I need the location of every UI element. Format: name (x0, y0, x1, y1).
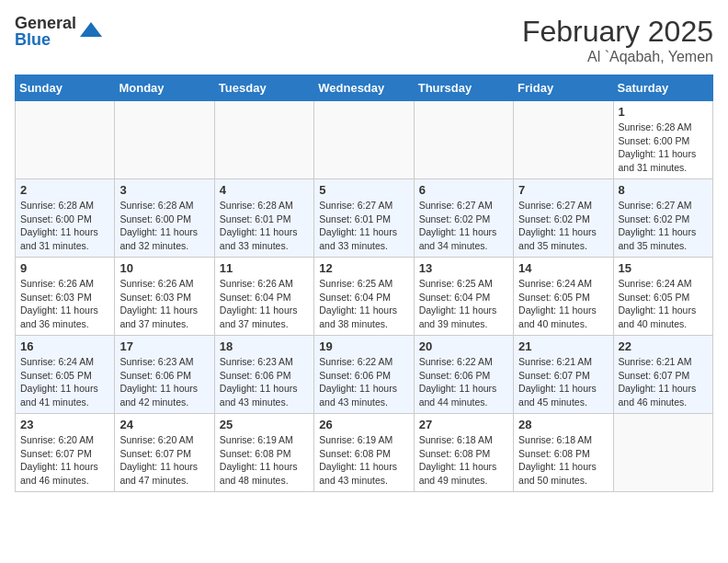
day-number: 10 (119, 261, 209, 275)
day-cell: 23Sunrise: 6:20 AM Sunset: 6:07 PM Dayli… (16, 414, 115, 492)
header-row: SundayMondayTuesdayWednesdayThursdayFrid… (16, 75, 713, 101)
col-header-friday: Friday (514, 75, 613, 101)
day-number: 1 (619, 105, 708, 119)
day-cell: 28Sunrise: 6:18 AM Sunset: 6:08 PM Dayli… (514, 414, 613, 492)
day-cell: 7Sunrise: 6:27 AM Sunset: 6:02 PM Daylig… (514, 179, 613, 258)
day-info: Sunrise: 6:21 AM Sunset: 6:07 PM Dayligh… (619, 355, 708, 409)
day-cell: 2Sunrise: 6:28 AM Sunset: 6:00 PM Daylig… (16, 179, 115, 258)
day-info: Sunrise: 6:28 AM Sunset: 6:00 PM Dayligh… (119, 199, 209, 253)
day-number: 7 (518, 183, 608, 197)
week-row-4: 16Sunrise: 6:24 AM Sunset: 6:05 PM Dayli… (16, 336, 713, 414)
day-cell (214, 101, 313, 179)
day-number: 25 (220, 418, 309, 431)
day-cell (613, 414, 712, 492)
day-cell: 1Sunrise: 6:28 AM Sunset: 6:00 PM Daylig… (613, 101, 712, 179)
day-info: Sunrise: 6:27 AM Sunset: 6:02 PM Dayligh… (518, 199, 608, 253)
logo-blue: Blue (15, 31, 76, 48)
month-title: February 2025 (522, 15, 713, 49)
day-number: 21 (518, 339, 608, 353)
logo-general: General (15, 15, 76, 31)
day-cell: 12Sunrise: 6:25 AM Sunset: 6:04 PM Dayli… (314, 258, 414, 336)
day-info: Sunrise: 6:21 AM Sunset: 6:07 PM Dayligh… (518, 355, 608, 409)
day-cell: 6Sunrise: 6:27 AM Sunset: 6:02 PM Daylig… (414, 179, 513, 258)
day-cell: 16Sunrise: 6:24 AM Sunset: 6:05 PM Dayli… (16, 336, 115, 414)
location-title: Al `Aqabah, Yemen (522, 49, 713, 65)
day-number: 20 (419, 339, 508, 353)
day-info: Sunrise: 6:27 AM Sunset: 6:01 PM Dayligh… (319, 199, 408, 253)
day-info: Sunrise: 6:28 AM Sunset: 6:00 PM Dayligh… (619, 121, 708, 175)
day-info: Sunrise: 6:24 AM Sunset: 6:05 PM Dayligh… (518, 277, 608, 331)
day-number: 22 (619, 339, 708, 353)
day-number: 26 (319, 418, 408, 431)
day-info: Sunrise: 6:28 AM Sunset: 6:01 PM Dayligh… (220, 199, 309, 253)
day-info: Sunrise: 6:27 AM Sunset: 6:02 PM Dayligh… (419, 199, 508, 253)
day-number: 13 (419, 261, 508, 275)
logo-icon (78, 18, 104, 44)
calendar-body: 1Sunrise: 6:28 AM Sunset: 6:00 PM Daylig… (16, 101, 713, 492)
day-number: 18 (220, 339, 309, 353)
day-info: Sunrise: 6:22 AM Sunset: 6:06 PM Dayligh… (319, 355, 408, 409)
day-number: 2 (20, 183, 109, 197)
day-info: Sunrise: 6:26 AM Sunset: 6:03 PM Dayligh… (20, 277, 109, 331)
logo: General Blue (15, 15, 104, 48)
day-cell: 8Sunrise: 6:27 AM Sunset: 6:02 PM Daylig… (613, 179, 712, 258)
week-row-1: 1Sunrise: 6:28 AM Sunset: 6:00 PM Daylig… (16, 101, 713, 179)
day-info: Sunrise: 6:19 AM Sunset: 6:08 PM Dayligh… (220, 433, 309, 488)
day-number: 9 (20, 261, 109, 275)
day-cell: 20Sunrise: 6:22 AM Sunset: 6:06 PM Dayli… (414, 336, 513, 414)
day-cell: 19Sunrise: 6:22 AM Sunset: 6:06 PM Dayli… (314, 336, 414, 414)
day-number: 3 (119, 183, 209, 197)
day-info: Sunrise: 6:26 AM Sunset: 6:03 PM Dayligh… (119, 277, 209, 331)
day-number: 11 (220, 261, 309, 275)
day-cell: 10Sunrise: 6:26 AM Sunset: 6:03 PM Dayli… (115, 258, 214, 336)
day-cell: 5Sunrise: 6:27 AM Sunset: 6:01 PM Daylig… (314, 179, 414, 258)
day-info: Sunrise: 6:24 AM Sunset: 6:05 PM Dayligh… (619, 277, 708, 331)
svg-marker-0 (80, 22, 102, 37)
col-header-thursday: Thursday (414, 75, 513, 101)
week-row-5: 23Sunrise: 6:20 AM Sunset: 6:07 PM Dayli… (16, 414, 713, 492)
col-header-wednesday: Wednesday (314, 75, 414, 101)
day-cell: 24Sunrise: 6:20 AM Sunset: 6:07 PM Dayli… (115, 414, 214, 492)
day-cell: 3Sunrise: 6:28 AM Sunset: 6:00 PM Daylig… (115, 179, 214, 258)
col-header-tuesday: Tuesday (214, 75, 313, 101)
day-number: 27 (419, 418, 508, 431)
day-cell: 11Sunrise: 6:26 AM Sunset: 6:04 PM Dayli… (214, 258, 313, 336)
day-info: Sunrise: 6:20 AM Sunset: 6:07 PM Dayligh… (119, 433, 209, 488)
day-info: Sunrise: 6:18 AM Sunset: 6:08 PM Dayligh… (518, 433, 608, 488)
day-number: 5 (319, 183, 408, 197)
day-number: 17 (119, 339, 209, 353)
day-cell: 4Sunrise: 6:28 AM Sunset: 6:01 PM Daylig… (214, 179, 313, 258)
day-info: Sunrise: 6:28 AM Sunset: 6:00 PM Dayligh… (20, 199, 109, 253)
day-cell: 22Sunrise: 6:21 AM Sunset: 6:07 PM Dayli… (613, 336, 712, 414)
day-number: 12 (319, 261, 408, 275)
day-cell (514, 101, 613, 179)
day-info: Sunrise: 6:26 AM Sunset: 6:04 PM Dayligh… (220, 277, 309, 331)
day-info: Sunrise: 6:23 AM Sunset: 6:06 PM Dayligh… (220, 355, 309, 409)
day-info: Sunrise: 6:18 AM Sunset: 6:08 PM Dayligh… (419, 433, 508, 488)
day-cell (314, 101, 414, 179)
day-cell: 18Sunrise: 6:23 AM Sunset: 6:06 PM Dayli… (214, 336, 313, 414)
col-header-sunday: Sunday (16, 75, 115, 101)
day-info: Sunrise: 6:25 AM Sunset: 6:04 PM Dayligh… (419, 277, 508, 331)
day-cell (115, 101, 214, 179)
day-cell: 9Sunrise: 6:26 AM Sunset: 6:03 PM Daylig… (16, 258, 115, 336)
day-cell (414, 101, 513, 179)
day-number: 16 (20, 339, 109, 353)
day-info: Sunrise: 6:25 AM Sunset: 6:04 PM Dayligh… (319, 277, 408, 331)
day-number: 28 (518, 418, 608, 431)
day-number: 23 (20, 418, 109, 431)
title-block: February 2025 Al `Aqabah, Yemen (522, 15, 713, 65)
day-cell: 25Sunrise: 6:19 AM Sunset: 6:08 PM Dayli… (214, 414, 313, 492)
day-info: Sunrise: 6:27 AM Sunset: 6:02 PM Dayligh… (619, 199, 708, 253)
day-info: Sunrise: 6:24 AM Sunset: 6:05 PM Dayligh… (20, 355, 109, 409)
day-number: 19 (319, 339, 408, 353)
calendar-header: SundayMondayTuesdayWednesdayThursdayFrid… (16, 75, 713, 101)
day-number: 6 (419, 183, 508, 197)
day-number: 4 (220, 183, 309, 197)
day-cell (16, 101, 115, 179)
day-cell: 26Sunrise: 6:19 AM Sunset: 6:08 PM Dayli… (314, 414, 414, 492)
col-header-monday: Monday (115, 75, 214, 101)
week-row-2: 2Sunrise: 6:28 AM Sunset: 6:00 PM Daylig… (16, 179, 713, 258)
day-cell: 15Sunrise: 6:24 AM Sunset: 6:05 PM Dayli… (613, 258, 712, 336)
day-info: Sunrise: 6:23 AM Sunset: 6:06 PM Dayligh… (119, 355, 209, 409)
